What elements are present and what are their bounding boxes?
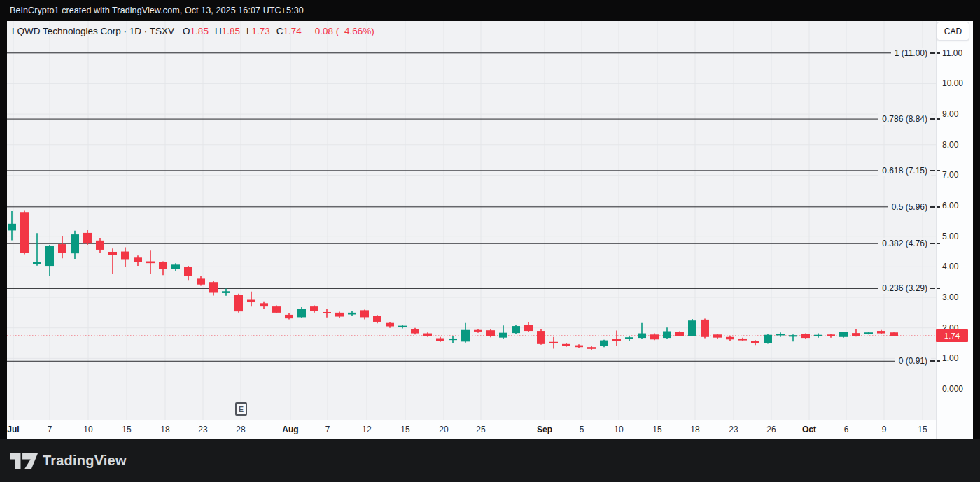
fib-dash [930, 288, 935, 289]
candle [486, 330, 495, 336]
price-tick-label: 0.000 [942, 384, 963, 394]
time-axis[interactable]: Jul71015182328Aug712152025Sep51015182326… [7, 420, 973, 439]
candle [272, 306, 281, 313]
fib-label[interactable]: 0.382 (4.76) [878, 238, 931, 249]
tradingview-snapshot: BeInCrypto1 created with TradingView.com… [0, 0, 980, 482]
candle [121, 252, 130, 260]
candle [852, 333, 860, 336]
candle [373, 316, 382, 322]
price-tick-label: 11.00 [942, 48, 962, 58]
time-tick-label: 26 [766, 425, 776, 434]
fib-dash [930, 206, 935, 208]
ohlc-low: L1.73 [246, 26, 270, 36]
fib-label[interactable]: 0 (0.91) [895, 355, 931, 367]
candle [197, 278, 205, 284]
candlestick-chart[interactable] [7, 21, 936, 420]
candle [789, 335, 797, 336]
time-tick-label: Sep [537, 425, 552, 434]
time-tick-label: 23 [198, 425, 207, 434]
fib-label[interactable]: 0.5 (5.96) [888, 201, 931, 213]
brand-bar: TradingView [0, 439, 980, 482]
candle [638, 334, 646, 339]
chart-pane[interactable] [7, 21, 936, 420]
candle [625, 337, 634, 339]
tradingview-logo-text: TradingView [43, 453, 127, 469]
candle [701, 320, 709, 337]
attribution-bar: BeInCrypto1 created with TradingView.com… [0, 0, 980, 21]
candle [839, 332, 848, 337]
candle [461, 330, 470, 342]
candle [71, 234, 79, 253]
time-tick-label: 9 [882, 425, 887, 434]
candle [688, 320, 696, 336]
time-tick-label: 7 [48, 425, 52, 434]
tradingview-logo-icon [10, 453, 38, 469]
price-change: −0.08 (−4.66%) [309, 26, 374, 36]
candle [499, 333, 507, 338]
candle [537, 331, 545, 344]
candle [172, 264, 180, 269]
time-tick-label: 7 [326, 425, 330, 434]
fib-label[interactable]: 0.786 (8.84) [878, 113, 931, 125]
candle [524, 325, 533, 331]
candle [398, 326, 407, 327]
candle [550, 342, 558, 343]
price-axis-separator [936, 21, 937, 439]
candle [424, 334, 432, 336]
time-tick-label: Jul [7, 425, 19, 434]
time-tick-label: 10 [614, 425, 623, 434]
candle [386, 323, 394, 327]
symbol-header[interactable]: LQWD Technologies Corp · 1D · TSXV O1.85… [12, 25, 374, 36]
candle [96, 241, 104, 250]
candle [360, 310, 369, 317]
candle [348, 313, 356, 315]
candle [663, 331, 671, 338]
price-tick-label: 7.00 [942, 170, 958, 180]
price-tick-label: 10.00 [942, 78, 963, 88]
candle [890, 332, 898, 336]
candle [751, 341, 760, 343]
candle [159, 262, 167, 269]
candle [222, 291, 230, 293]
fib-dash [930, 118, 935, 120]
earnings-marker[interactable]: E [235, 402, 247, 416]
candle [411, 329, 419, 334]
candle [234, 295, 243, 312]
price-tick-label: 1.00 [942, 353, 958, 363]
candle [436, 339, 444, 341]
left-edge-strip [0, 21, 7, 439]
time-tick-label: 5 [580, 425, 584, 434]
candle [298, 309, 306, 318]
candle [676, 332, 684, 336]
candle [575, 346, 583, 348]
symbol-title[interactable]: LQWD Technologies Corp · 1D · TSXV [12, 26, 174, 36]
fib-label[interactable]: 1 (11.00) [891, 48, 931, 59]
price-axis[interactable]: 11.0010.009.008.007.006.005.004.003.002.… [936, 21, 973, 420]
time-tick-label: 10 [83, 425, 92, 434]
time-tick-label: 15 [652, 425, 662, 434]
fib-label[interactable]: 0.236 (3.29) [878, 283, 931, 294]
candle [612, 339, 621, 341]
time-tick-label: 15 [918, 425, 927, 434]
time-tick-label: 12 [362, 425, 371, 434]
candle [33, 262, 41, 264]
time-tick-label: Aug [282, 425, 298, 434]
price-tick-label: 6.00 [942, 201, 958, 211]
tradingview-logo[interactable]: TradingView [10, 453, 127, 469]
candle [247, 300, 255, 302]
candle [20, 212, 29, 253]
candle [58, 244, 66, 253]
time-tick-label: 6 [844, 425, 849, 434]
price-tick-label: 9.00 [942, 109, 958, 119]
right-edge-strip [973, 21, 980, 439]
price-tick-label: 8.00 [942, 140, 958, 150]
price-tick-label: 5.00 [942, 232, 958, 241]
fib-label[interactable]: 0.618 (7.15) [878, 165, 931, 176]
price-tick-label: 4.00 [942, 262, 958, 271]
candle [512, 326, 520, 333]
last-price-badge: 1.74 [936, 329, 968, 342]
time-tick-label: 25 [476, 425, 485, 434]
candle [209, 282, 218, 292]
currency-button[interactable]: CAD [937, 22, 969, 41]
candle [877, 331, 886, 333]
